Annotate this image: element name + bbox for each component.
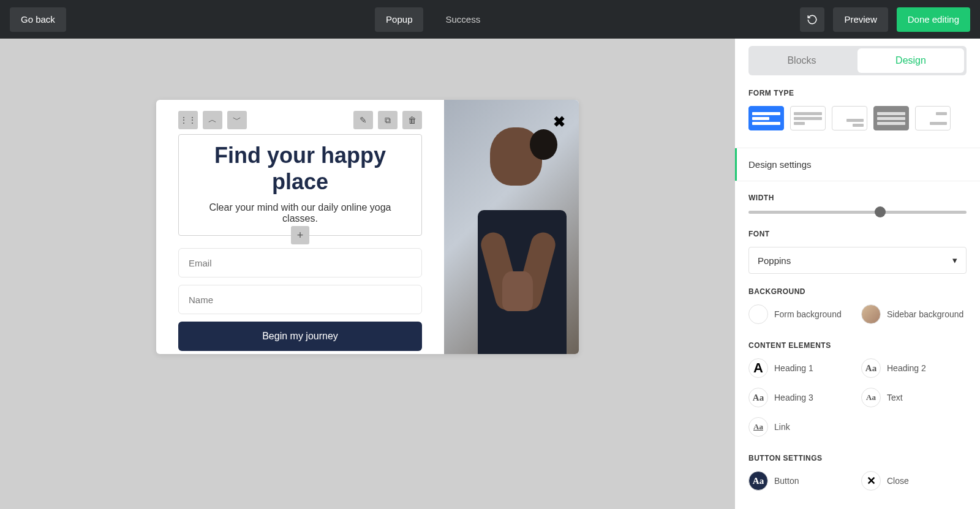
- popup-subtitle: Clear your mind with our daily online yo…: [191, 202, 409, 224]
- heading-icon: A: [748, 358, 768, 378]
- design-settings-header[interactable]: Design settings: [735, 148, 980, 181]
- width-slider[interactable]: [748, 211, 967, 214]
- chevron-down-icon: ﹀: [233, 115, 241, 126]
- tab-popup[interactable]: Popup: [375, 7, 423, 32]
- drag-icon: ⋮⋮: [179, 115, 197, 125]
- name-field[interactable]: [178, 285, 422, 314]
- canvas: ⋮⋮ ︿ ﹀ ✎ ⧉ 🗑 Find your happy place Clear…: [0, 39, 735, 509]
- popup-image: ✖: [444, 100, 579, 354]
- font-label: FONT: [748, 230, 967, 238]
- plus-icon: +: [297, 229, 304, 241]
- close-button[interactable]: ✖: [553, 113, 565, 130]
- undo-button[interactable]: [800, 7, 824, 32]
- heading-icon: Aa: [748, 388, 768, 407]
- form-type-option-4[interactable]: [873, 106, 909, 130]
- popup-card: ⋮⋮ ︿ ﹀ ✎ ⧉ 🗑 Find your happy place Clear…: [156, 100, 579, 354]
- duplicate-button[interactable]: ⧉: [378, 111, 398, 129]
- go-back-button[interactable]: Go back: [10, 7, 66, 32]
- preview-button[interactable]: Preview: [833, 7, 888, 32]
- sidebar-background-option[interactable]: Sidebar background: [861, 304, 967, 324]
- color-swatch-icon: [748, 304, 768, 324]
- heading1-option[interactable]: A Heading 1: [748, 358, 854, 378]
- done-editing-button[interactable]: Done editing: [897, 7, 970, 32]
- form-background-option[interactable]: Form background: [748, 304, 854, 324]
- form-type-label: FORM TYPE: [748, 89, 967, 97]
- pencil-icon: ✎: [360, 115, 367, 125]
- email-field[interactable]: [178, 248, 422, 277]
- width-label: WIDTH: [748, 194, 967, 202]
- submit-button[interactable]: Begin my journey: [178, 322, 422, 351]
- design-sidebar: Blocks Design FORM TYPE Design settings …: [735, 39, 980, 509]
- form-type-option-1[interactable]: [748, 106, 784, 130]
- button-option[interactable]: Aa Button: [748, 471, 854, 491]
- heading3-option[interactable]: Aa Heading 3: [748, 388, 854, 407]
- link-icon: Aa: [748, 417, 768, 437]
- heading-icon: Aa: [861, 358, 881, 378]
- close-option[interactable]: ✕ Close: [861, 471, 967, 491]
- font-value: Poppins: [758, 255, 791, 266]
- form-type-option-2[interactable]: [790, 106, 826, 130]
- tab-success[interactable]: Success: [434, 7, 491, 32]
- copy-icon: ⧉: [385, 115, 391, 126]
- tab-blocks[interactable]: Blocks: [748, 46, 855, 75]
- background-label: BACKGROUND: [748, 287, 967, 296]
- move-down-button[interactable]: ﹀: [227, 111, 247, 129]
- chevron-up-icon: ︿: [208, 115, 217, 126]
- button-settings-label: BUTTON SETTINGS: [748, 454, 967, 462]
- form-type-option-3[interactable]: [832, 106, 867, 130]
- add-block-button[interactable]: +: [291, 226, 309, 244]
- link-option[interactable]: Aa Link: [748, 417, 854, 437]
- popup-heading: Find your happy place: [191, 142, 409, 195]
- close-icon: ✕: [861, 471, 881, 491]
- text-icon: Aa: [861, 388, 881, 407]
- heading-block[interactable]: Find your happy place Clear your mind wi…: [178, 134, 422, 236]
- font-select[interactable]: Poppins ▾: [748, 247, 967, 274]
- width-slider-thumb[interactable]: [875, 206, 886, 217]
- tab-design[interactable]: Design: [858, 48, 964, 73]
- content-elements-label: CONTENT ELEMENTS: [748, 341, 967, 350]
- trash-icon: 🗑: [408, 115, 417, 125]
- text-option[interactable]: Aa Text: [861, 388, 967, 407]
- undo-icon: [807, 14, 818, 25]
- delete-button[interactable]: 🗑: [402, 111, 422, 129]
- heading2-option[interactable]: Aa Heading 2: [861, 358, 967, 378]
- image-swatch-icon: [861, 304, 881, 324]
- move-up-button[interactable]: ︿: [203, 111, 222, 129]
- drag-handle[interactable]: ⋮⋮: [178, 111, 198, 129]
- chevron-down-icon: ▾: [952, 255, 957, 266]
- close-icon: ✖: [553, 113, 565, 130]
- form-type-option-5[interactable]: [915, 106, 951, 130]
- button-icon: Aa: [748, 471, 768, 491]
- edit-button[interactable]: ✎: [353, 111, 373, 129]
